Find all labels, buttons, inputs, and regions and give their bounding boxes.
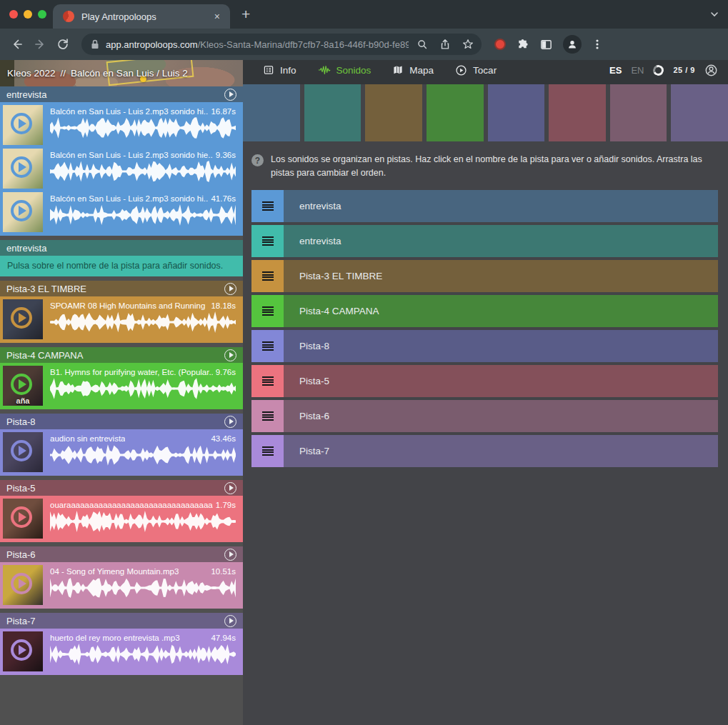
clip-play-icon[interactable] <box>11 573 32 594</box>
clip-item[interactable]: añaB1. Hymns for purifying water, Etc. (… <box>0 363 243 409</box>
track-section-header[interactable]: Pista-8 <box>0 414 243 429</box>
clip-thumbnail[interactable] <box>3 499 43 539</box>
clip-play-icon[interactable] <box>11 200 32 221</box>
clip-thumbnail[interactable] <box>3 432 43 472</box>
track-section-header[interactable]: entrevista <box>0 86 243 102</box>
clip-thumbnail[interactable]: aña <box>3 366 43 406</box>
bookmark-star-icon[interactable] <box>462 38 474 51</box>
reload-button[interactable] <box>53 34 73 54</box>
tab-close-icon[interactable]: × <box>211 9 223 24</box>
new-tab-button[interactable]: + <box>241 6 250 21</box>
track-color-swatch[interactable] <box>671 84 728 141</box>
minimize-window-button[interactable] <box>24 10 32 19</box>
section-play-icon[interactable] <box>224 89 236 101</box>
screen-record-indicator-icon[interactable] <box>494 39 506 50</box>
clip-play-icon[interactable] <box>11 307 32 329</box>
nav-tab-mapa[interactable]: Mapa <box>392 64 434 76</box>
project-map-thumbnail[interactable]: Kleos 2022 // Balcón en San Luis / Luis … <box>0 60 243 86</box>
clip-item[interactable]: Balcón en San Luis - Luis 2.mp3 sonido h… <box>0 192 243 236</box>
track-drag-handle[interactable] <box>251 260 284 292</box>
side-panel-icon[interactable] <box>539 38 553 51</box>
section-play-icon[interactable] <box>224 283 236 295</box>
close-window-button[interactable] <box>9 10 18 19</box>
extensions-puzzle-icon[interactable] <box>516 38 529 51</box>
track-row-bar[interactable]: Pista-7 <box>284 435 718 467</box>
clip-play-icon[interactable] <box>11 156 32 178</box>
track-row-bar[interactable]: entrevista <box>284 190 718 222</box>
track-color-swatch[interactable] <box>243 84 300 141</box>
url-bar[interactable]: app.antropoloops.com/Kleos-Santa-Marina/… <box>81 34 482 55</box>
track-row[interactable]: Pista-8 <box>251 330 718 362</box>
track-section-header[interactable]: Pista-3 EL TIMBRE <box>0 281 243 296</box>
clip-item[interactable]: huerto del rey moro entrevista .mp347.94… <box>0 629 243 675</box>
clip-item[interactable]: Balcón en San Luis - Luis 2.mp3 sonido h… <box>0 102 243 149</box>
track-row[interactable]: entrevista <box>251 190 718 222</box>
account-icon[interactable] <box>704 64 718 77</box>
track-drag-handle[interactable] <box>251 295 284 327</box>
section-play-icon[interactable] <box>224 549 236 561</box>
nav-tab-tocar[interactable]: Tocar <box>455 64 497 76</box>
clip-item[interactable]: Balcón en San Luis - Luis 2.mp3 sonido h… <box>0 149 243 192</box>
back-button[interactable] <box>7 34 27 54</box>
clip-thumbnail[interactable] <box>3 149 43 189</box>
tab-search-chevron-icon[interactable] <box>709 9 719 19</box>
clip-item[interactable]: SPOAMR 08 High Mountains and Running ...… <box>0 296 243 343</box>
track-color-swatch[interactable] <box>304 84 361 141</box>
track-color-swatch[interactable] <box>488 84 545 141</box>
zoom-page-icon[interactable] <box>416 38 429 51</box>
track-row[interactable]: Pista-5 <box>251 365 718 397</box>
track-section-header[interactable]: Pista-6 <box>0 546 243 562</box>
clip-item[interactable]: 04 - Song of Yimeng Mountain.mp310.51s <box>0 562 243 609</box>
track-row[interactable]: Pista-7 <box>251 435 718 467</box>
zoom-window-button[interactable] <box>38 10 46 19</box>
track-color-swatch[interactable] <box>549 84 606 141</box>
clip-thumbnail[interactable] <box>3 299 43 339</box>
clip-item[interactable]: ouaraaaaaaaaaaaaaaaaaaaaaaaaaaaaaaaaaaa.… <box>0 496 243 542</box>
section-play-icon[interactable] <box>224 416 236 428</box>
track-row-bar[interactable]: Pista-8 <box>284 330 718 362</box>
track-drag-handle[interactable] <box>251 330 284 362</box>
nav-tab-info[interactable]: Info <box>263 64 296 76</box>
track-section-header[interactable]: Pista-4 CAMPANA <box>0 347 243 363</box>
track-row-bar[interactable]: Pista-4 CAMPANA <box>284 295 718 327</box>
track-section-header[interactable]: entrevista <box>0 240 243 256</box>
track-row-bar[interactable]: Pista-6 <box>284 400 718 432</box>
track-drag-handle[interactable] <box>251 400 284 432</box>
track-section-header[interactable]: Pista-7 <box>0 613 243 629</box>
track-drag-handle[interactable] <box>251 190 284 222</box>
section-play-icon[interactable] <box>224 615 236 627</box>
breadcrumb-project[interactable]: Kleos 2022 <box>7 68 56 79</box>
track-row-bar[interactable]: Pista-3 EL TIMBRE <box>284 260 718 292</box>
track-section-header[interactable]: Pista-5 <box>0 480 243 496</box>
language-es[interactable]: ES <box>609 65 622 76</box>
clip-thumbnail[interactable] <box>3 565 43 605</box>
clip-play-icon[interactable] <box>11 639 32 661</box>
track-drag-handle[interactable] <box>251 435 284 467</box>
nav-tab-sonidos[interactable]: Sonidos <box>318 64 372 76</box>
clip-play-icon[interactable] <box>11 440 32 461</box>
share-icon[interactable] <box>439 38 452 51</box>
track-row-bar[interactable]: Pista-5 <box>284 365 718 397</box>
track-row-bar[interactable]: entrevista <box>284 225 718 257</box>
profile-avatar[interactable] <box>563 35 582 54</box>
track-color-swatch[interactable] <box>610 84 667 141</box>
track-color-swatch[interactable] <box>365 84 422 141</box>
track-drag-handle[interactable] <box>251 225 284 257</box>
clip-item[interactable]: audion sin entrevista43.46s <box>0 429 243 476</box>
track-row[interactable]: Pista-6 <box>251 400 718 432</box>
track-row[interactable]: Pista-3 EL TIMBRE <box>251 260 718 292</box>
clip-thumbnail[interactable] <box>3 192 43 232</box>
clip-thumbnail[interactable] <box>3 105 43 145</box>
section-play-icon[interactable] <box>224 482 236 494</box>
section-play-icon[interactable] <box>224 349 236 361</box>
clip-thumbnail[interactable] <box>3 631 43 671</box>
clip-play-icon[interactable] <box>11 374 32 395</box>
track-color-swatch[interactable] <box>427 84 484 141</box>
language-en[interactable]: EN <box>631 65 644 76</box>
clip-play-icon[interactable] <box>11 506 32 528</box>
browser-menu-icon[interactable] <box>592 38 603 51</box>
track-row[interactable]: Pista-4 CAMPANA <box>251 295 718 327</box>
forward-button[interactable] <box>30 34 50 54</box>
browser-tab[interactable]: Play Antropoloops × <box>53 4 230 29</box>
track-drag-handle[interactable] <box>251 365 284 397</box>
